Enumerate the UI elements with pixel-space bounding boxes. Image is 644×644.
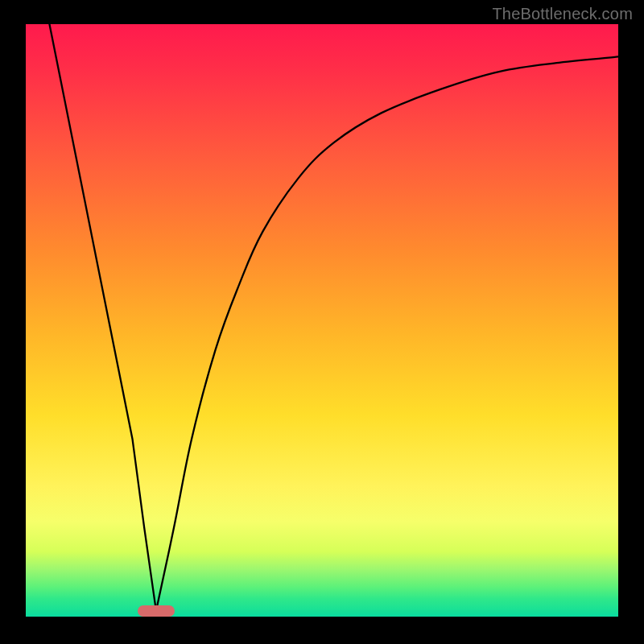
curve-left-branch: [49, 24, 155, 611]
curve-layer: [26, 24, 618, 617]
attribution-watermark: TheBottleneck.com: [492, 5, 633, 23]
optimal-point-marker: [138, 605, 175, 617]
plot-area: [26, 24, 618, 617]
curve-right-branch: [156, 56, 618, 610]
chart-frame: TheBottleneck.com: [0, 0, 644, 644]
